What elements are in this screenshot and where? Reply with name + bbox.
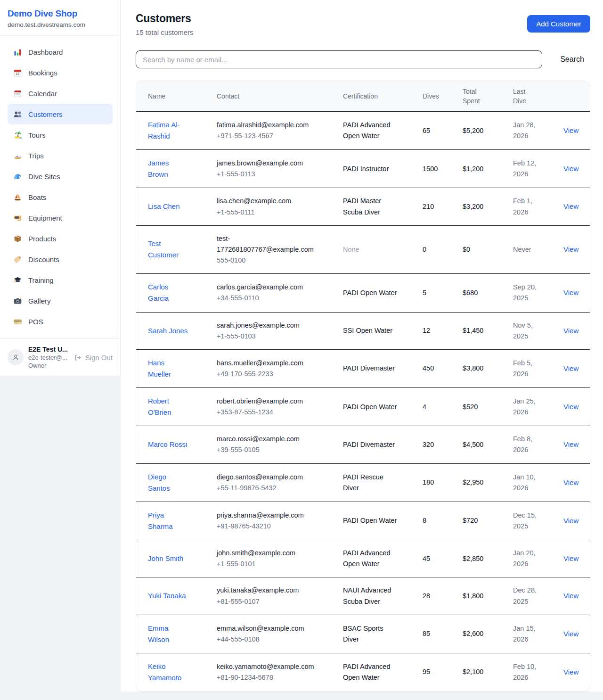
customer-email: diego.santos@example.com [217, 472, 319, 483]
customer-last-dive: Sep 20, 2025 [513, 283, 537, 302]
sidebar-item-products[interactable]: Products [8, 228, 113, 249]
user-role: Owner [28, 362, 69, 369]
view-customer-link[interactable]: View [563, 630, 579, 638]
customer-name-link[interactable]: Test Customer [148, 238, 188, 261]
shop-name: Demo Dive Shop [8, 8, 113, 19]
main-content: Customers 15 total customers Add Custome… [121, 0, 603, 692]
view-customer-link[interactable]: View [563, 403, 579, 411]
bookings-calendar-icon: 17 [13, 68, 22, 77]
customer-phone: +1-555-0113 [217, 169, 319, 180]
sidebar-item-dashboard[interactable]: Dashboard [8, 41, 113, 62]
customer-certification: PADI Open Water [343, 403, 397, 411]
table-row: Keiko Yamamoto keiko.yamamoto@example.co… [136, 653, 590, 691]
search-button[interactable]: Search [554, 55, 590, 64]
table-row: Carlos Garcia carlos.garcia@example.com … [136, 274, 590, 312]
sidebar-item-training[interactable]: Training [8, 270, 113, 290]
customer-email: john.smith@example.com [217, 548, 319, 559]
customer-certification: PADI Divemaster [343, 364, 395, 372]
view-customer-link[interactable]: View [563, 165, 579, 173]
customer-dives: 180 [422, 463, 462, 502]
customer-total-spent: $680 [462, 274, 513, 312]
customer-last-dive: Jan 20, 2026 [513, 549, 536, 568]
view-customer-link[interactable]: View [563, 245, 579, 253]
view-customer-link[interactable]: View [563, 668, 579, 676]
view-customer-link[interactable]: View [563, 364, 579, 372]
customers-table-card: Name Contact Certification Dives Total S… [136, 81, 590, 692]
sidebar-item-discounts[interactable]: Discounts [8, 249, 113, 270]
customer-phone: 555-0100 [217, 255, 319, 266]
add-customer-button[interactable]: Add Customer [527, 15, 590, 33]
sidebar-item-dive-sites[interactable]: Dive Sites [8, 166, 113, 187]
customer-certification: PADI Open Water [343, 289, 397, 296]
customer-name-link[interactable]: John Smith [148, 553, 183, 564]
sidebar-item-boats[interactable]: Boats [8, 187, 113, 207]
customer-dives: 12 [422, 312, 462, 349]
view-customer-link[interactable]: View [563, 554, 579, 562]
customer-name-link[interactable]: Emma Wilson [148, 623, 188, 645]
column-header-total-spent: Total Spent [462, 81, 513, 112]
table-row: Marco Rossi marco.rossi@example.com +39-… [136, 426, 590, 463]
sign-out-button[interactable]: Sign Out [74, 354, 113, 362]
user-email: e2e-tester@... [28, 354, 69, 361]
table-row: Sarah Jones sarah.jones@example.com +1-5… [136, 312, 590, 349]
customer-phone: +91-98765-43210 [217, 521, 319, 532]
search-input[interactable] [136, 50, 542, 68]
customer-certification: PADI Master Scuba Diver [343, 197, 381, 215]
customer-email: sarah.jones@example.com [217, 320, 319, 331]
view-customer-link[interactable]: View [563, 478, 579, 486]
customer-total-spent: $1,800 [462, 577, 513, 615]
customer-dives: 1500 [422, 150, 462, 188]
customer-phone: +353-87-555-1234 [217, 407, 319, 418]
sidebar-item-pos[interactable]: POS [8, 311, 113, 332]
customer-total-spent: $3,800 [462, 349, 513, 387]
customer-name-link[interactable]: Hans Mueller [148, 357, 188, 380]
view-customer-link[interactable]: View [563, 440, 579, 448]
sidebar-item-equipment[interactable]: Equipment [8, 207, 113, 228]
view-customer-link[interactable]: View [563, 126, 579, 134]
customer-email: priya.sharma@example.com [217, 510, 319, 521]
customer-name-link[interactable]: Robert O'Brien [148, 395, 188, 418]
customer-phone: +55-11-99876-5432 [217, 483, 319, 494]
customer-phone: +971-55-123-4567 [217, 131, 319, 141]
customer-dives: 210 [422, 188, 462, 225]
tag-icon [13, 255, 22, 264]
sidebar-item-gallery[interactable]: Gallery [8, 290, 113, 311]
customer-certification: NAUI Advanced Scuba Diver [343, 586, 391, 605]
customer-name-link[interactable]: James Brown [148, 157, 188, 180]
page-title: Customers [136, 12, 194, 25]
sidebar-item-tours[interactable]: Tours [8, 124, 113, 145]
customer-name-link[interactable]: Keiko Yamamoto [148, 661, 188, 684]
column-header-dives: Dives [422, 81, 462, 112]
customer-dives: 320 [422, 426, 462, 463]
customer-name-link[interactable]: Marco Rossi [148, 439, 187, 450]
island-icon [13, 131, 22, 140]
customer-name-link[interactable]: Sarah Jones [148, 325, 187, 337]
customer-dives: 45 [422, 540, 462, 577]
sidebar-item-bookings[interactable]: 17 Bookings [8, 62, 113, 83]
customer-phone: +81-90-1234-5678 [217, 672, 319, 683]
column-header-name: Name [136, 81, 216, 112]
customer-last-dive: Jan 15, 2026 [513, 625, 536, 643]
sidebar-item-trips[interactable]: Trips [8, 145, 113, 166]
sidebar-item-calendar[interactable]: Calendar [8, 83, 113, 104]
avatar [8, 349, 24, 365]
view-customer-link[interactable]: View [563, 288, 579, 296]
customer-last-dive: Jan 25, 2026 [513, 397, 536, 416]
customer-total-spent: $1,450 [462, 312, 513, 349]
customer-name-link[interactable]: Yuki Tanaka [148, 590, 186, 601]
view-customer-link[interactable]: View [563, 202, 579, 210]
page: Demo Dive Shop demo.test.divestreams.com… [0, 0, 603, 700]
view-customer-link[interactable]: View [563, 517, 579, 525]
customer-name-link[interactable]: Fatima Al-Rashid [148, 119, 188, 142]
column-header-last-dive: Last Dive [513, 81, 563, 112]
customer-name-link[interactable]: Priya Sharma [148, 510, 188, 532]
customer-name-link[interactable]: Lisa Chen [148, 201, 180, 212]
sidebar-item-customers[interactable]: Customers [8, 104, 113, 124]
customer-dives: 8 [422, 502, 462, 540]
customer-name-link[interactable]: Diego Santos [148, 471, 188, 494]
credit-card-icon [13, 317, 22, 326]
view-customer-link[interactable]: View [563, 592, 579, 600]
customer-phone: +81-555-0107 [217, 596, 319, 607]
customer-name-link[interactable]: Carlos Garcia [148, 281, 188, 304]
view-customer-link[interactable]: View [563, 327, 579, 335]
